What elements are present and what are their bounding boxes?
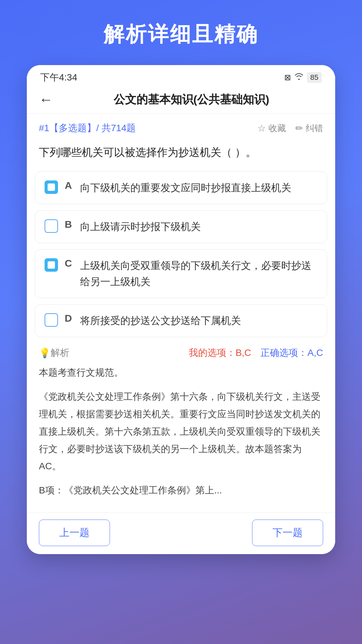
correct-button[interactable]: ✏ 纠错 [295,122,323,134]
battery-badge: 85 [307,72,322,83]
correct-option: 正确选项：A,C [260,346,323,359]
analysis-paragraph-1: 本题考查行文规范。 [39,364,323,388]
option-text-d: 将所接受的抄送公文抄送给下属机关 [80,313,317,329]
status-bar: 下午4:34 ⊠ 85 [27,65,335,87]
screen-icon: ⊠ [284,73,291,82]
edit-icon: ✏ [295,123,303,134]
page-title: 解析详细且精确 [104,20,258,48]
correct-option-label: 正确选项： [260,347,307,358]
status-icons: ⊠ 85 [284,72,322,83]
back-button[interactable]: ← [39,93,53,107]
question-text: 下列哪些机关可以被选择作为抄送机关（ ）。 [27,140,335,171]
star-icon: ☆ [257,123,266,134]
option-text-a: 向下级机关的重要发文应同时抄报直接上级机关 [80,180,317,196]
analysis-paragraph-3: B项：《党政机关公文处理工作条例》第上... [39,482,323,506]
my-option-value: B,C [236,347,251,358]
checkbox-d[interactable] [45,313,58,327]
analysis-label: 解析 [51,346,69,359]
top-nav: ← 公文的基本知识(公共基础知识) [27,87,335,114]
options-area: A 向下级机关的重要发文应同时抄报直接上级机关 B 向上级请示时抄报下级机关 C… [27,171,335,337]
next-button[interactable]: 下一题 [252,520,323,546]
option-label-c: C [65,258,74,269]
option-label-a: A [65,180,74,191]
prev-button[interactable]: 上一题 [39,520,110,546]
phone-card: 下午4:34 ⊠ 85 ← 公文的基本知识(公共基础知识) #1【多选题】/ 共… [27,65,335,554]
collect-button[interactable]: ☆ 收藏 [257,122,286,134]
option-label-b: B [65,219,74,230]
bulb-icon: 💡 [39,347,51,359]
correct-option-value: A,C [307,347,323,358]
my-option: 我的选项：B,C [189,346,251,359]
checkbox-c[interactable] [45,258,58,272]
option-d[interactable]: D 将所接受的抄送公文抄送给下属机关 [35,304,327,337]
question-actions: ☆ 收藏 ✏ 纠错 [257,122,323,134]
analysis-paragraph-2: 《党政机关公文处理工作条例》第十六条，向下级机关行文，主送受理机关，根据需要抄送… [39,388,323,482]
analysis-section: 💡 解析 我的选项：B,C 正确选项：A,C 本题考查行文规范。 《党政机关公文… [27,346,335,506]
wifi-icon [294,73,304,82]
question-header: #1【多选题】/ 共714题 ☆ 收藏 ✏ 纠错 [27,114,335,140]
checkbox-a[interactable] [45,180,58,194]
option-text-c: 上级机关向受双重领导的下级机关行文，必要时抄送给另一上级机关 [80,258,317,290]
bottom-nav: 上一题 下一题 [27,513,335,554]
option-label-d: D [65,313,74,324]
status-time: 下午4:34 [40,71,77,84]
collect-label: 收藏 [268,122,286,134]
analysis-header-row: 💡 解析 我的选项：B,C 正确选项：A,C [39,346,323,359]
checkbox-b[interactable] [45,219,58,233]
my-option-label: 我的选项： [189,347,236,358]
nav-title: 公文的基本知识(公共基础知识) [60,92,323,107]
option-text-b: 向上级请示时抄报下级机关 [80,219,317,235]
option-c[interactable]: C 上级机关向受双重领导的下级机关行文，必要时抄送给另一上级机关 [35,249,327,298]
option-a[interactable]: A 向下级机关的重要发文应同时抄报直接上级机关 [35,171,327,204]
option-b[interactable]: B 向上级请示时抄报下级机关 [35,210,327,243]
question-tag: #1【多选题】/ 共714题 [39,122,136,135]
correct-label: 纠错 [306,122,323,134]
